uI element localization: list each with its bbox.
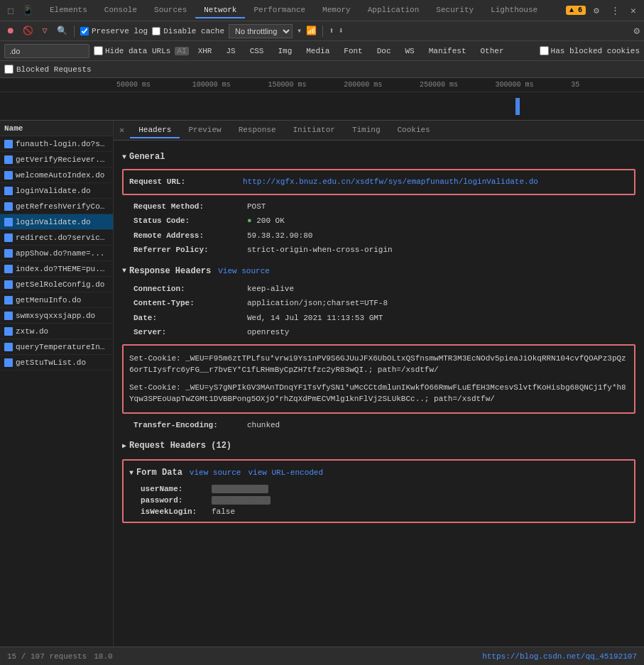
preserve-log-input[interactable] <box>80 27 89 35</box>
tab-memory[interactable]: Memory <box>314 3 359 18</box>
separator-1 <box>74 26 75 37</box>
tab-bar: ⬚ 📱 Elements Console Sources Network Per… <box>0 0 644 21</box>
more-options-icon[interactable]: ⋮ <box>607 3 623 18</box>
tab-cookies[interactable]: Cookies <box>389 123 439 138</box>
general-section-header[interactable]: ▼ General <box>122 149 635 165</box>
list-item[interactable]: index.do?THEME=pu... <box>0 261 113 277</box>
item-icon <box>4 202 13 211</box>
tab-preview[interactable]: Preview <box>180 123 229 138</box>
close-icon[interactable]: ✕ <box>626 3 641 18</box>
response-headers-header[interactable]: ▼ Response Headers View source <box>122 263 635 279</box>
referrer-policy-row: Referrer Policy: strict-origin-when-cros… <box>122 243 635 258</box>
list-item[interactable]: loginValidate.do <box>0 183 113 199</box>
network-condition-icon[interactable]: 📶 <box>306 26 317 36</box>
set-cookie-box: Set-Cookie: _WEU=F95m6ztTPLfsu*vrwi9Ys1n… <box>122 344 635 414</box>
list-item[interactable]: getVerifyReciever.do <box>0 152 113 167</box>
filter-css[interactable]: CSS <box>245 45 269 57</box>
filter-other[interactable]: Other <box>476 45 509 57</box>
timeline-label-250k: 250000 ms <box>417 81 493 89</box>
hide-data-urls-input[interactable] <box>94 46 103 55</box>
window-controls: ⬚ 📱 <box>3 3 36 18</box>
tab-network[interactable]: Network <box>195 3 245 18</box>
download-icon[interactable]: ⬇ <box>339 26 344 36</box>
tab-console[interactable]: Console <box>96 3 146 18</box>
tab-sources[interactable]: Sources <box>146 3 195 18</box>
request-url-box: Request URL: http://xgfx.bnuz.edu.cn/xsd… <box>122 169 635 195</box>
list-item[interactable]: getSelRoleConfig.do <box>0 277 113 292</box>
filter-ws[interactable]: WS <box>400 45 420 57</box>
item-icon <box>4 296 13 304</box>
filter-js[interactable]: JS <box>221 45 240 57</box>
list-item[interactable]: zxtw.do <box>0 324 113 339</box>
close-panel-icon[interactable]: ✕ <box>119 125 124 136</box>
list-item[interactable]: redirect.do?service=... <box>0 230 113 246</box>
filter-media[interactable]: Media <box>301 45 334 57</box>
connection-label: Connection: <box>133 283 247 295</box>
form-data-header[interactable]: ▼ Form Data view source view URL-encoded <box>129 465 628 480</box>
list-item[interactable]: welcomeAutoIndex.do <box>0 167 113 183</box>
search-icon[interactable]: 🔍 <box>55 25 68 38</box>
disable-cache-input[interactable] <box>152 27 160 35</box>
throttle-select[interactable]: No throttling <box>229 24 293 38</box>
tab-performance[interactable]: Performance <box>245 3 314 18</box>
view-source-form-link[interactable]: view source <box>190 468 241 477</box>
general-section-title: General <box>129 152 165 162</box>
separator-2 <box>322 26 323 37</box>
request-toggle-icon: ▶ <box>122 441 126 450</box>
blocked-cookies-input[interactable] <box>540 46 549 55</box>
tab-headers[interactable]: Headers <box>130 123 180 138</box>
blocked-cookies-checkbox[interactable]: Has blocked cookies <box>540 46 640 55</box>
tab-timing[interactable]: Timing <box>344 123 389 138</box>
upload-icon[interactable]: ⬆ <box>329 26 334 36</box>
status-code-value: ● 200 OK <box>247 215 635 227</box>
inspect-icon[interactable]: ⬚ <box>3 3 18 18</box>
date-label: Date: <box>133 312 247 324</box>
list-item[interactable]: getRefreshVerifyCod... <box>0 199 113 214</box>
tab-security[interactable]: Security <box>427 3 482 18</box>
item-text: loginValidate.do <box>16 218 91 226</box>
preserve-log-checkbox[interactable]: Preserve log <box>80 27 148 35</box>
tab-application[interactable]: Application <box>359 3 428 18</box>
tab-initiator[interactable]: Initiator <box>284 123 343 138</box>
clear-button[interactable]: 🚫 <box>21 25 34 38</box>
request-method-row: Request Method: POST <box>122 199 635 214</box>
list-item[interactable]: appShow.do?name=... <box>0 246 113 261</box>
blocked-requests-input[interactable] <box>4 65 13 74</box>
record-button[interactable]: ⏺ <box>4 25 17 38</box>
blocked-requests-checkbox[interactable]: Blocked Requests <box>4 65 92 74</box>
hide-data-urls-checkbox[interactable]: Hide data URLs <box>94 46 170 55</box>
list-item[interactable]: getMenuInfo.do <box>0 292 113 308</box>
filter-xhr[interactable]: XHR <box>193 45 217 57</box>
form-data-box: ▼ Form Data view source view URL-encoded… <box>122 459 635 523</box>
request-headers-section: ▶ Request Headers (12) <box>122 438 635 454</box>
request-headers-header[interactable]: ▶ Request Headers (12) <box>122 438 635 454</box>
list-item[interactable]: queryTemperatureInf... <box>0 339 113 355</box>
password-label: password: <box>141 496 212 505</box>
search-input[interactable] <box>4 44 89 58</box>
list-item-selected[interactable]: loginValidate.do <box>0 214 113 230</box>
disable-cache-checkbox[interactable]: Disable cache <box>152 27 224 35</box>
form-data-section: ▼ Form Data view source view URL-encoded… <box>122 459 635 523</box>
view-source-link[interactable]: View source <box>218 267 270 275</box>
filter-doc[interactable]: Doc <box>372 45 396 57</box>
transfer-encoding-value: chunked <box>247 419 635 432</box>
connection-value: keep-alive <box>247 283 635 295</box>
view-url-encoded-link[interactable]: view URL-encoded <box>248 468 323 477</box>
request-method-label: Request Method: <box>133 201 247 213</box>
referrer-policy-value: strict-origin-when-cross-origin <box>247 244 635 256</box>
list-item[interactable]: swmxsyqxxsjapp.do <box>0 308 113 324</box>
item-icon <box>4 155 13 164</box>
list-item[interactable]: getStuTwList.do <box>0 355 113 370</box>
throttle-arrow-icon[interactable]: ▾ <box>297 26 302 36</box>
tab-response[interactable]: Response <box>230 123 285 138</box>
settings-icon[interactable]: ⚙ <box>589 3 604 18</box>
list-item[interactable]: funauth-login.do?ser... <box>0 136 113 152</box>
tab-lighthouse[interactable]: Lighthouse <box>482 3 546 18</box>
filter-font[interactable]: Font <box>339 45 367 57</box>
gear-icon[interactable]: ⚙ <box>634 25 640 37</box>
tab-elements[interactable]: Elements <box>41 3 96 18</box>
filter-img[interactable]: Img <box>273 45 297 57</box>
mobile-icon[interactable]: 📱 <box>20 3 36 18</box>
filter-manifest[interactable]: Manifest <box>424 45 471 57</box>
filter-icon[interactable]: ▽ <box>38 25 51 38</box>
